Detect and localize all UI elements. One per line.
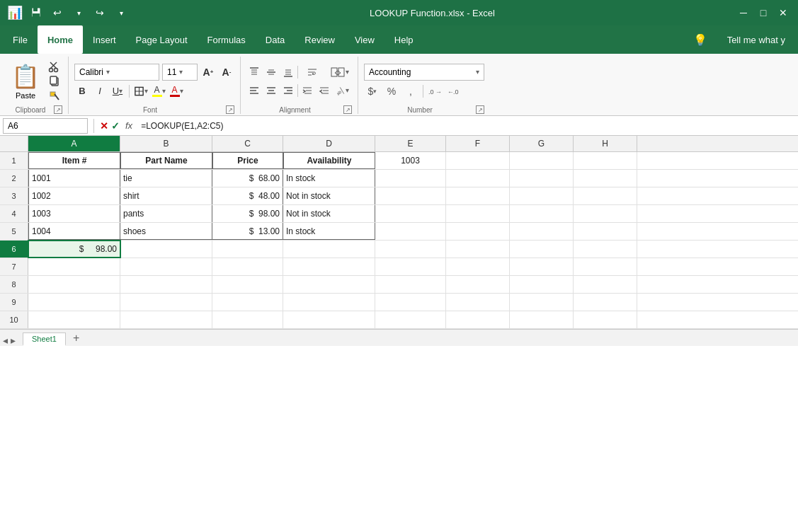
cell-a10[interactable] xyxy=(28,311,120,328)
cell-a8[interactable] xyxy=(28,276,120,293)
cell-b9[interactable] xyxy=(120,294,212,311)
cell-b10[interactable] xyxy=(120,311,212,328)
cell-g10[interactable] xyxy=(510,311,574,328)
cell-e4[interactable] xyxy=(375,205,446,222)
clipboard-dialog-launcher[interactable]: ↗ xyxy=(54,105,62,114)
cell-d6[interactable] xyxy=(283,241,375,258)
font-name-dropdown[interactable]: Calibri ▾ xyxy=(74,64,159,81)
cell-b3[interactable]: shirt xyxy=(120,187,212,204)
align-middle-button[interactable] xyxy=(263,64,279,80)
underline-button[interactable]: U▾ xyxy=(110,83,125,99)
cell-a7[interactable] xyxy=(28,258,120,275)
cell-a9[interactable] xyxy=(28,294,120,311)
align-top-button[interactable] xyxy=(246,64,262,80)
cell-c3[interactable]: $ 48.00 xyxy=(212,187,283,204)
col-header-g[interactable]: G xyxy=(510,136,574,151)
cell-b4[interactable]: pants xyxy=(120,205,212,222)
cell-d1[interactable]: Availability xyxy=(283,152,375,169)
row-number-4[interactable]: 4 xyxy=(0,205,28,222)
row-number-9[interactable]: 9 xyxy=(0,294,28,311)
cell-g7[interactable] xyxy=(510,258,574,275)
percent-button[interactable]: % xyxy=(383,83,400,99)
cell-f2[interactable] xyxy=(446,170,510,187)
cell-d2[interactable]: In stock xyxy=(283,170,375,187)
col-header-b[interactable]: B xyxy=(120,136,212,151)
menu-help[interactable]: Help xyxy=(384,25,423,54)
format-painter-button[interactable] xyxy=(47,90,62,103)
cell-g9[interactable] xyxy=(510,294,574,311)
number-format-dropdown[interactable]: Accounting ▾ xyxy=(364,64,484,81)
cell-f5[interactable] xyxy=(446,223,510,240)
cell-a2[interactable]: 1001 xyxy=(28,170,120,187)
increase-decimal-button[interactable]: .0→ xyxy=(427,83,444,99)
cell-e5[interactable] xyxy=(375,223,446,240)
cell-g4[interactable] xyxy=(510,205,574,222)
quick-access-arrow[interactable]: ▾ xyxy=(113,5,129,21)
cell-d10[interactable] xyxy=(283,311,375,328)
decrease-decimal-button[interactable]: ←.0 xyxy=(446,83,463,99)
col-header-c[interactable]: C xyxy=(212,136,283,151)
italic-button[interactable]: I xyxy=(92,83,108,99)
cell-g8[interactable] xyxy=(510,276,574,293)
cell-c8[interactable] xyxy=(212,276,283,293)
cell-h10[interactable] xyxy=(574,311,637,328)
increase-indent-button[interactable] xyxy=(317,83,332,98)
cell-h8[interactable] xyxy=(574,276,637,293)
cell-f9[interactable] xyxy=(446,294,510,311)
row-number-7[interactable]: 7 xyxy=(0,258,28,275)
add-sheet-button[interactable]: + xyxy=(67,330,85,346)
undo-button[interactable]: ↩ xyxy=(50,5,65,21)
sheet-nav-left[interactable]: ◂ xyxy=(3,335,8,346)
cell-d9[interactable] xyxy=(283,294,375,311)
menu-file[interactable]: File xyxy=(3,25,38,54)
close-button[interactable]: ✕ xyxy=(775,5,791,21)
tell-me-what[interactable]: Tell me what y xyxy=(717,25,795,54)
save-button[interactable] xyxy=(28,5,44,21)
cell-d7[interactable] xyxy=(283,258,375,275)
font-grow-button[interactable]: A+ xyxy=(200,64,216,80)
formula-input[interactable] xyxy=(138,121,795,131)
row-number-10[interactable]: 10 xyxy=(0,311,28,328)
cell-h9[interactable] xyxy=(574,294,637,311)
menu-review[interactable]: Review xyxy=(295,25,345,54)
row-number-5[interactable]: 5 xyxy=(0,223,28,240)
formula-confirm-button[interactable]: ✓ xyxy=(111,120,120,132)
font-color-button[interactable]: A ▾ xyxy=(169,83,184,99)
cell-e2[interactable] xyxy=(375,170,446,187)
cell-a6[interactable]: $ 98.00 xyxy=(28,241,120,258)
alignment-dialog-launcher[interactable]: ↗ xyxy=(343,105,352,114)
cell-g1[interactable] xyxy=(510,152,574,169)
cell-c7[interactable] xyxy=(212,258,283,275)
align-right-button[interactable] xyxy=(280,83,296,98)
redo-button[interactable]: ↪ xyxy=(92,5,108,21)
paste-button[interactable]: 📋 Paste xyxy=(7,62,44,101)
cell-d5[interactable]: In stock xyxy=(283,223,375,240)
comma-button[interactable]: , xyxy=(402,83,419,99)
cell-f1[interactable] xyxy=(446,152,510,169)
orientation-button[interactable]: ab ▾ xyxy=(334,83,349,98)
maximize-button[interactable]: □ xyxy=(756,5,771,21)
font-size-dropdown[interactable]: 11 ▾ xyxy=(162,64,198,81)
dollar-button[interactable]: $▾ xyxy=(364,83,381,99)
cell-c2[interactable]: $ 68.00 xyxy=(212,170,283,187)
cell-d3[interactable]: Not in stock xyxy=(283,187,375,204)
menu-home[interactable]: Home xyxy=(38,25,83,54)
cell-e10[interactable] xyxy=(375,311,446,328)
col-header-a[interactable]: A xyxy=(28,136,120,151)
number-dialog-launcher[interactable]: ↗ xyxy=(476,105,484,114)
cell-h4[interactable] xyxy=(574,205,637,222)
decrease-indent-button[interactable] xyxy=(300,83,315,98)
font-shrink-button[interactable]: A- xyxy=(219,64,234,80)
cell-b8[interactable] xyxy=(120,276,212,293)
formula-cancel-button[interactable]: ✕ xyxy=(100,120,108,132)
fill-color-button[interactable]: A ▾ xyxy=(151,83,166,99)
align-left-button[interactable] xyxy=(246,83,262,98)
cell-f3[interactable] xyxy=(446,187,510,204)
font-dialog-launcher[interactable]: ↗ xyxy=(226,105,234,114)
cell-a5[interactable]: 1004 xyxy=(28,223,120,240)
cell-h5[interactable] xyxy=(574,223,637,240)
menu-view[interactable]: View xyxy=(345,25,384,54)
cell-f4[interactable] xyxy=(446,205,510,222)
cell-h3[interactable] xyxy=(574,187,637,204)
cell-c4[interactable]: $ 98.00 xyxy=(212,205,283,222)
